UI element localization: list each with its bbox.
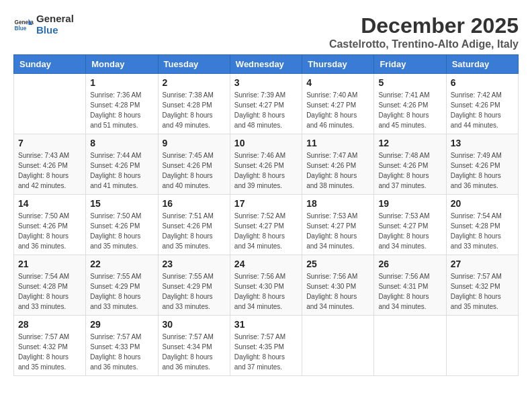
calendar-cell: 3Sunrise: 7:39 AM Sunset: 4:27 PM Daylig… [230, 74, 302, 134]
calendar-cell: 17Sunrise: 7:52 AM Sunset: 4:27 PM Dayli… [230, 195, 302, 255]
location: Castelrotto, Trentino-Alto Adige, Italy [329, 38, 519, 50]
weekday-header-sunday: Sunday [14, 55, 86, 74]
day-number: 4 [306, 77, 369, 88]
day-number: 5 [378, 77, 441, 88]
day-number: 31 [234, 319, 298, 330]
day-number: 2 [163, 77, 226, 88]
day-info: Sunrise: 7:55 AM Sunset: 4:29 PM Dayligh… [163, 271, 226, 312]
logo-blue: Blue [36, 25, 74, 36]
calendar-cell: 13Sunrise: 7:49 AM Sunset: 4:26 PM Dayli… [446, 134, 518, 195]
weekday-header-wednesday: Wednesday [230, 55, 302, 74]
day-info: Sunrise: 7:45 AM Sunset: 4:26 PM Dayligh… [163, 150, 226, 191]
calendar-cell: 24Sunrise: 7:56 AM Sunset: 4:30 PM Dayli… [230, 255, 302, 316]
calendar-cell: 21Sunrise: 7:54 AM Sunset: 4:28 PM Dayli… [14, 255, 86, 316]
calendar-table: SundayMondayTuesdayWednesdayThursdayFrid… [13, 54, 519, 376]
day-info: Sunrise: 7:40 AM Sunset: 4:27 PM Dayligh… [306, 90, 369, 130]
day-info: Sunrise: 7:47 AM Sunset: 4:26 PM Dayligh… [306, 150, 369, 191]
calendar-cell: 31Sunrise: 7:57 AM Sunset: 4:35 PM Dayli… [230, 316, 302, 376]
day-info: Sunrise: 7:50 AM Sunset: 4:26 PM Dayligh… [18, 211, 81, 251]
calendar-cell [302, 316, 374, 376]
day-number: 21 [18, 259, 81, 269]
day-number: 29 [90, 319, 153, 330]
day-number: 16 [163, 198, 226, 209]
calendar-cell: 1Sunrise: 7:36 AM Sunset: 4:28 PM Daylig… [86, 74, 158, 134]
day-number: 14 [18, 198, 81, 209]
calendar-cell: 5Sunrise: 7:41 AM Sunset: 4:26 PM Daylig… [374, 74, 446, 134]
svg-text:Blue: Blue [15, 25, 27, 31]
day-info: Sunrise: 7:49 AM Sunset: 4:26 PM Dayligh… [451, 150, 514, 191]
calendar-cell: 20Sunrise: 7:54 AM Sunset: 4:28 PM Dayli… [446, 195, 518, 255]
day-number: 25 [306, 259, 369, 269]
day-number: 19 [378, 198, 441, 209]
title-section: December 2025 Castelrotto, Trentino-Alto… [329, 13, 519, 50]
calendar-cell [446, 316, 518, 376]
logo: General Blue General Blue [13, 13, 74, 36]
day-number: 28 [18, 319, 81, 330]
day-info: Sunrise: 7:54 AM Sunset: 4:28 PM Dayligh… [451, 211, 514, 251]
day-number: 18 [306, 198, 369, 209]
day-info: Sunrise: 7:42 AM Sunset: 4:26 PM Dayligh… [451, 90, 514, 130]
day-info: Sunrise: 7:43 AM Sunset: 4:26 PM Dayligh… [18, 150, 81, 191]
month-year: December 2025 [329, 13, 519, 38]
day-number: 22 [90, 259, 153, 269]
day-info: Sunrise: 7:48 AM Sunset: 4:26 PM Dayligh… [378, 150, 441, 191]
calendar-cell: 26Sunrise: 7:56 AM Sunset: 4:31 PM Dayli… [374, 255, 446, 316]
calendar-cell: 25Sunrise: 7:56 AM Sunset: 4:30 PM Dayli… [302, 255, 374, 316]
day-number: 27 [451, 259, 514, 269]
day-number: 3 [234, 77, 298, 88]
weekday-header-friday: Friday [374, 55, 446, 74]
logo-icon: General Blue [13, 15, 34, 35]
day-number: 11 [306, 138, 369, 148]
day-number: 9 [163, 138, 226, 148]
day-info: Sunrise: 7:56 AM Sunset: 4:30 PM Dayligh… [234, 271, 298, 312]
day-info: Sunrise: 7:44 AM Sunset: 4:26 PM Dayligh… [90, 150, 153, 191]
day-info: Sunrise: 7:56 AM Sunset: 4:30 PM Dayligh… [306, 271, 369, 312]
day-number: 13 [451, 138, 514, 148]
day-info: Sunrise: 7:57 AM Sunset: 4:32 PM Dayligh… [18, 332, 81, 372]
day-info: Sunrise: 7:57 AM Sunset: 4:33 PM Dayligh… [90, 332, 153, 372]
day-number: 17 [234, 198, 298, 209]
calendar-cell [14, 74, 86, 134]
day-info: Sunrise: 7:57 AM Sunset: 4:35 PM Dayligh… [234, 332, 298, 372]
weekday-header-tuesday: Tuesday [158, 55, 230, 74]
day-number: 12 [378, 138, 441, 148]
day-info: Sunrise: 7:38 AM Sunset: 4:28 PM Dayligh… [163, 90, 226, 130]
day-info: Sunrise: 7:41 AM Sunset: 4:26 PM Dayligh… [378, 90, 441, 130]
calendar-cell: 29Sunrise: 7:57 AM Sunset: 4:33 PM Dayli… [86, 316, 158, 376]
calendar-cell: 22Sunrise: 7:55 AM Sunset: 4:29 PM Dayli… [86, 255, 158, 316]
weekday-header-saturday: Saturday [446, 55, 518, 74]
day-number: 15 [90, 198, 153, 209]
calendar-cell: 19Sunrise: 7:53 AM Sunset: 4:27 PM Dayli… [374, 195, 446, 255]
day-info: Sunrise: 7:53 AM Sunset: 4:27 PM Dayligh… [306, 211, 369, 251]
day-number: 23 [163, 259, 226, 269]
day-info: Sunrise: 7:46 AM Sunset: 4:26 PM Dayligh… [234, 150, 298, 191]
day-number: 26 [378, 259, 441, 269]
day-number: 24 [234, 259, 298, 269]
day-number: 6 [451, 77, 514, 88]
calendar-cell: 27Sunrise: 7:57 AM Sunset: 4:32 PM Dayli… [446, 255, 518, 316]
day-info: Sunrise: 7:39 AM Sunset: 4:27 PM Dayligh… [234, 90, 298, 130]
weekday-header-thursday: Thursday [302, 55, 374, 74]
calendar-cell: 14Sunrise: 7:50 AM Sunset: 4:26 PM Dayli… [14, 195, 86, 255]
calendar-cell: 28Sunrise: 7:57 AM Sunset: 4:32 PM Dayli… [14, 316, 86, 376]
day-number: 30 [163, 319, 226, 330]
calendar-cell: 30Sunrise: 7:57 AM Sunset: 4:34 PM Dayli… [158, 316, 230, 376]
calendar-cell: 16Sunrise: 7:51 AM Sunset: 4:26 PM Dayli… [158, 195, 230, 255]
logo-general: General [36, 13, 74, 25]
calendar-cell: 11Sunrise: 7:47 AM Sunset: 4:26 PM Dayli… [302, 134, 374, 195]
day-info: Sunrise: 7:54 AM Sunset: 4:28 PM Dayligh… [18, 271, 81, 312]
calendar-cell: 6Sunrise: 7:42 AM Sunset: 4:26 PM Daylig… [446, 74, 518, 134]
day-info: Sunrise: 7:50 AM Sunset: 4:26 PM Dayligh… [90, 211, 153, 251]
calendar-cell: 18Sunrise: 7:53 AM Sunset: 4:27 PM Dayli… [302, 195, 374, 255]
day-info: Sunrise: 7:51 AM Sunset: 4:26 PM Dayligh… [163, 211, 226, 251]
calendar-cell: 9Sunrise: 7:45 AM Sunset: 4:26 PM Daylig… [158, 134, 230, 195]
day-number: 8 [90, 138, 153, 148]
calendar-cell: 23Sunrise: 7:55 AM Sunset: 4:29 PM Dayli… [158, 255, 230, 316]
day-info: Sunrise: 7:57 AM Sunset: 4:32 PM Dayligh… [451, 271, 514, 312]
day-number: 20 [451, 198, 514, 209]
day-info: Sunrise: 7:52 AM Sunset: 4:27 PM Dayligh… [234, 211, 298, 251]
calendar-cell: 10Sunrise: 7:46 AM Sunset: 4:26 PM Dayli… [230, 134, 302, 195]
calendar-cell: 12Sunrise: 7:48 AM Sunset: 4:26 PM Dayli… [374, 134, 446, 195]
day-info: Sunrise: 7:56 AM Sunset: 4:31 PM Dayligh… [378, 271, 441, 312]
calendar-cell: 4Sunrise: 7:40 AM Sunset: 4:27 PM Daylig… [302, 74, 374, 134]
